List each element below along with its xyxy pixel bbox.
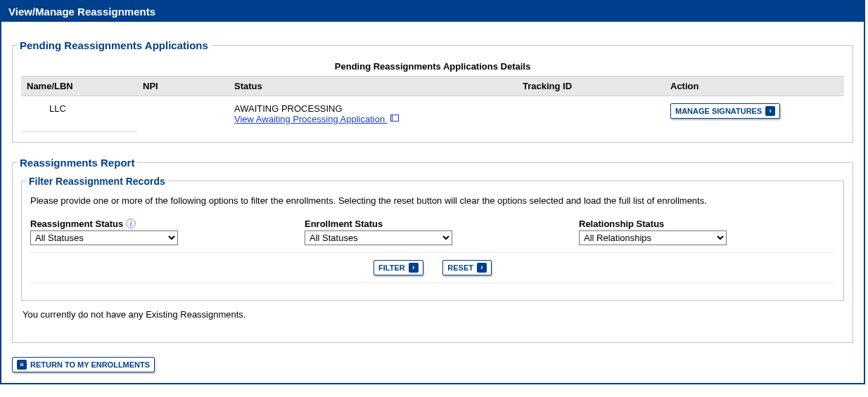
enrollment-status-select[interactable]: All Statuses	[305, 230, 452, 245]
filter-row: Reassignment Status i All Statuses Enrol…	[30, 219, 835, 245]
col-tracking: Tracking ID	[517, 77, 665, 96]
pending-table: Name/LBN NPI Status Tracking ID Action L…	[21, 76, 844, 132]
filter-intro: Please provide one or more of the follow…	[30, 195, 835, 206]
pending-legend: Pending Reassignments Applications	[17, 39, 211, 51]
filter-button-row: FILTER › RESET ›	[30, 260, 835, 275]
pending-section: Pending Reassignments Applications Pendi…	[12, 39, 853, 143]
report-legend: Reassignments Report	[17, 157, 137, 169]
cell-action: MANAGE SIGNATURES ›	[665, 96, 844, 132]
chevron-right-icon: ›	[765, 106, 775, 116]
report-section: Reassignments Report Filter Reassignment…	[12, 157, 853, 343]
view-application-link[interactable]: View Awaiting Processing Application	[234, 114, 388, 124]
filter-legend: Filter Reassignment Records	[26, 176, 168, 187]
col-name: Name/LBN	[21, 77, 137, 96]
reassignment-status-label-text: Reassignment Status	[30, 219, 123, 229]
reassignment-status-label: Reassignment Status i	[30, 219, 283, 229]
page-body: Pending Reassignments Applications Pendi…	[1, 22, 864, 383]
chevron-left-icon: «	[17, 360, 27, 370]
relationship-status-select[interactable]: All Relationships	[579, 230, 727, 245]
reset-button-label: RESET	[447, 263, 473, 272]
filter-col-enrollment: Enrollment Status All Statuses	[305, 219, 558, 245]
reset-button[interactable]: RESET ›	[442, 260, 492, 275]
return-button-label: RETURN TO MY ENROLLMENTS	[30, 360, 150, 369]
pending-table-caption: Pending Reassignments Applications Detai…	[21, 61, 844, 72]
enrollment-status-label: Enrollment Status	[305, 219, 558, 229]
filter-button-label: FILTER	[378, 263, 405, 272]
footer: « RETURN TO MY ENROLLMENTS	[12, 357, 853, 372]
divider	[30, 282, 835, 283]
status-text: AWAITING PROCESSING	[234, 103, 511, 114]
col-status: Status	[229, 77, 517, 96]
filter-col-relationship: Relationship Status All Relationships	[579, 219, 832, 245]
manage-signatures-button[interactable]: MANAGE SIGNATURES ›	[670, 103, 780, 119]
popout-icon	[390, 115, 399, 122]
cell-npi	[137, 96, 229, 132]
no-records-message: You currently do not have any Existing R…	[23, 309, 844, 320]
divider	[30, 252, 835, 253]
chevron-right-icon: ›	[409, 263, 419, 273]
manage-signatures-label: MANAGE SIGNATURES	[675, 107, 762, 115]
reassignment-status-select[interactable]: All Statuses	[30, 230, 178, 245]
relationship-status-label: Relationship Status	[579, 219, 832, 229]
return-to-enrollments-button[interactable]: « RETURN TO MY ENROLLMENTS	[12, 357, 155, 372]
cell-name: LLC	[21, 96, 137, 132]
view-application-link-label: View Awaiting Processing Application	[234, 114, 385, 124]
info-icon[interactable]: i	[126, 219, 136, 228]
filter-button[interactable]: FILTER ›	[374, 260, 423, 275]
chevron-right-icon: ›	[477, 263, 487, 273]
table-row: LLC AWAITING PROCESSING View Awaiting Pr…	[21, 96, 844, 132]
filter-section: Filter Reassignment Records Please provi…	[21, 176, 844, 301]
page-container: View/Manage Reassignments Pending Reassi…	[0, 0, 865, 384]
col-npi: NPI	[137, 77, 229, 96]
page-title: View/Manage Reassignments	[1, 1, 864, 22]
filter-col-reassignment: Reassignment Status i All Statuses	[30, 219, 283, 245]
col-action: Action	[665, 77, 844, 96]
cell-status: AWAITING PROCESSING View Awaiting Proces…	[229, 96, 517, 132]
cell-tracking	[517, 96, 665, 132]
